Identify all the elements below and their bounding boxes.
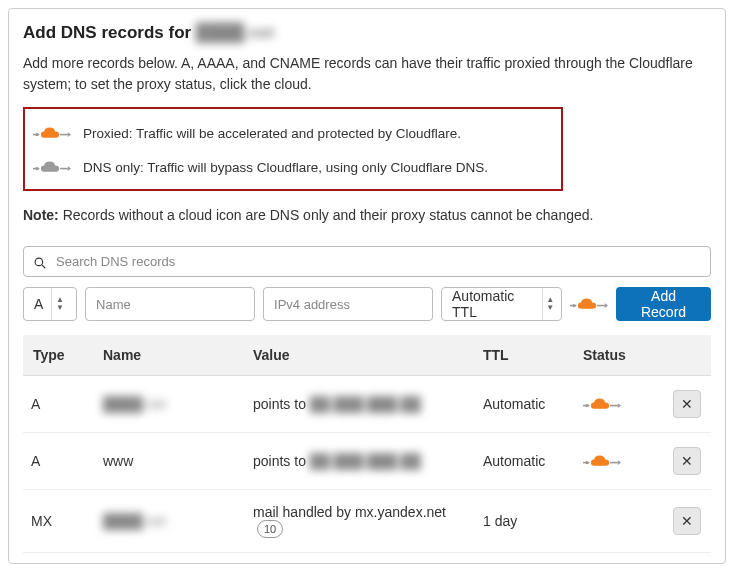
note-label: Note: [23, 207, 59, 223]
cell-value: points to ██.███.███.██ [243, 376, 473, 433]
cloud-status-icon[interactable] [583, 451, 653, 471]
legend-dnsonly: DNS only: Traffic will bypass Cloudflare… [33, 157, 553, 177]
table-row[interactable]: MX████.netmail handled by mx.yandex.net1… [23, 490, 711, 553]
search-input[interactable] [54, 253, 700, 270]
cloud-toggle-icon[interactable] [570, 294, 608, 314]
delete-button[interactable]: ✕ [673, 447, 701, 475]
value-input-wrap [263, 287, 433, 321]
close-icon: ✕ [681, 513, 693, 529]
svg-marker-13 [605, 303, 608, 308]
svg-marker-21 [618, 460, 621, 465]
svg-line-9 [42, 264, 45, 267]
cell-status [573, 376, 663, 433]
intro-text: Add more records below. A, AAAA, and CNA… [23, 53, 711, 95]
name-input[interactable] [86, 288, 254, 320]
delete-button[interactable]: ✕ [673, 390, 701, 418]
note-text: Note: Records without a cloud icon are D… [23, 205, 711, 226]
cloud-proxied-icon [33, 123, 71, 143]
cell-name: ████.net [93, 490, 243, 553]
legend-dnsonly-text: DNS only: Traffic will bypass Cloudflare… [83, 160, 488, 175]
search-box[interactable] [23, 246, 711, 277]
cell-type: A [23, 433, 93, 490]
svg-point-1 [35, 133, 38, 136]
add-record-button[interactable]: Add Record [616, 287, 711, 321]
svg-point-8 [35, 258, 43, 266]
svg-point-15 [585, 404, 588, 407]
legend-proxied-text: Proxied: Traffic will be accelerated and… [83, 126, 461, 141]
cell-delete: ✕ [663, 433, 711, 490]
ttl-stepper[interactable]: ▲▼ [542, 288, 557, 320]
cell-ttl: Automatic [473, 376, 573, 433]
title-prefix: Add DNS records for [23, 23, 196, 42]
title-domain: ████.net [196, 23, 274, 42]
dns-panel: Add DNS records for ████.net Add more re… [8, 8, 726, 564]
add-record-row: A ▲▼ Automatic TTL ▲▼ Add Record [23, 287, 711, 321]
th-type: Type [23, 335, 93, 376]
cell-delete: ✕ [663, 376, 711, 433]
th-status: Status [573, 335, 663, 376]
cell-ttl: 1 day [473, 490, 573, 553]
cell-status [573, 433, 663, 490]
legend-box: Proxied: Traffic will be accelerated and… [23, 107, 563, 191]
cell-name: ████.net [93, 376, 243, 433]
th-ttl: TTL [473, 335, 573, 376]
close-icon: ✕ [681, 396, 693, 412]
th-value: Value [243, 335, 473, 376]
cloud-status-icon[interactable] [583, 394, 653, 414]
th-name: Name [93, 335, 243, 376]
cell-value: points to ██.███.███.██ [243, 433, 473, 490]
priority-badge: 10 [257, 520, 283, 538]
cell-ttl: Automatic [473, 433, 573, 490]
table-row[interactable]: A████.netpoints to ██.███.███.██Automati… [23, 376, 711, 433]
svg-point-11 [572, 304, 575, 307]
panel-title: Add DNS records for ████.net [23, 23, 711, 43]
delete-button[interactable]: ✕ [673, 507, 701, 535]
records-table: Type Name Value TTL Status A████.netpoin… [23, 335, 711, 553]
name-input-wrap [85, 287, 255, 321]
table-row[interactable]: Awwwpoints to ██.███.███.██Automatic✕ [23, 433, 711, 490]
cell-type: A [23, 376, 93, 433]
ttl-select[interactable]: Automatic TTL ▲▼ [441, 287, 562, 321]
svg-point-19 [585, 461, 588, 464]
svg-point-5 [35, 167, 38, 170]
svg-marker-17 [618, 403, 621, 408]
cloud-grey-icon [33, 157, 71, 177]
legend-proxied: Proxied: Traffic will be accelerated and… [33, 123, 553, 143]
ttl-select-value: Automatic TTL [452, 288, 534, 320]
search-icon [34, 256, 46, 268]
close-icon: ✕ [681, 453, 693, 469]
type-select-value: A [34, 296, 43, 312]
svg-marker-3 [68, 132, 71, 137]
cell-value: mail handled by mx.yandex.net10 [243, 490, 473, 553]
cell-delete: ✕ [663, 490, 711, 553]
type-select[interactable]: A ▲▼ [23, 287, 77, 321]
type-stepper[interactable]: ▲▼ [51, 288, 67, 320]
cell-name: www [93, 433, 243, 490]
value-input[interactable] [264, 288, 432, 320]
cell-status [573, 490, 663, 553]
cell-type: MX [23, 490, 93, 553]
svg-marker-7 [68, 166, 71, 171]
note-body: Records without a cloud icon are DNS onl… [59, 207, 594, 223]
